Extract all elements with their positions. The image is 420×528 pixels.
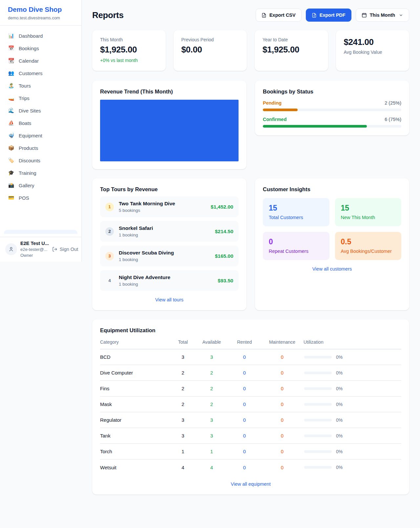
status-progress-fill (263, 125, 367, 128)
insight-tile: 0.5Avg Bookings/Customer (335, 232, 402, 260)
sidebar-item-dive-sites[interactable]: 🌊Dive Sites (4, 104, 77, 117)
view-all-tours-link[interactable]: View all tours (100, 297, 239, 302)
equipment-category: Mask (100, 401, 171, 407)
tour-info: Two Tank Morning Dive5 bookings (119, 201, 175, 213)
equipment-maintenance: 0 (261, 465, 304, 470)
sidebar-item-label: Products (19, 145, 38, 151)
tour-revenue: $93.50 (218, 278, 233, 284)
table-row: Torch11000% (100, 444, 401, 459)
period-label: This Month (370, 12, 395, 18)
export-csv-button[interactable]: Export CSV (256, 9, 302, 22)
sidebar-item-equipment[interactable]: 🤿Equipment (4, 129, 77, 142)
status-row-pending: Pending2 (25%) (263, 100, 401, 111)
stat-card-this-month: This Month $1,925.00 +0% vs last month (92, 30, 166, 71)
equipment-utilization: 0% (304, 386, 401, 391)
sidebar-item-label: Calendar (19, 58, 39, 64)
customers-icon: 👥 (8, 70, 14, 76)
main-content: Reports Export CSV Export PDF This Month (82, 0, 420, 514)
revenue-trend-title: Revenue Trend (This Month) (100, 89, 239, 95)
equipment-available: 2 (195, 370, 228, 376)
stat-value: $1,925.00 (262, 45, 320, 55)
sidebar-item-products[interactable]: 📦Products (4, 142, 77, 154)
status-progress-fill (263, 109, 298, 111)
sidebar-item-pos[interactable]: 💳POS (4, 192, 77, 204)
top-tours-card: Top Tours by Revenue 1Two Tank Morning D… (92, 178, 246, 310)
sidebar-item-label: Dashboard (19, 33, 43, 39)
equipment-maintenance: 0 (261, 370, 304, 376)
calendar-icon: 📆 (8, 58, 14, 64)
insight-value: 0 (269, 237, 324, 246)
table-body: BCD33000%Dive Computer22000%Fins22000%Ma… (100, 349, 401, 475)
page-header: Reports Export CSV Export PDF This Month (92, 9, 409, 22)
tour-row: 2Snorkel Safari1 booking$214.50 (100, 221, 239, 242)
sidebar-item-discounts[interactable]: 🏷️Discounts (4, 154, 77, 167)
insight-label: Total Customers (269, 215, 324, 220)
sidebar-item-label: Gallery (19, 183, 34, 188)
sidebar-item-label: Boats (19, 120, 31, 126)
user-section: E2E Test U... e2e-tester@... Owner Sign … (0, 237, 81, 262)
status-progress-track (263, 109, 401, 111)
sidebar-item-bookings[interactable]: 📅Bookings (4, 42, 77, 54)
bookings-by-status-card: Bookings by Status Pending2 (25%)Confirm… (255, 81, 409, 135)
tour-revenue: $214.50 (215, 229, 233, 234)
rank-badge: 1 (105, 203, 114, 211)
person-icon (8, 246, 14, 252)
equipment-category: Dive Computer (100, 370, 171, 376)
stat-label: Avg Booking Value (344, 50, 402, 55)
tours-icon: 🏝️ (8, 83, 14, 89)
sidebar-item-calendar[interactable]: 📆Calendar (4, 54, 77, 67)
sidebar-item-label: Equipment (19, 133, 42, 138)
utilization-percent: 0% (336, 386, 343, 391)
equipment-utilization: 0% (304, 355, 401, 360)
utilization-percent: 0% (336, 433, 343, 438)
utilization-percent: 0% (336, 355, 343, 360)
trips-icon: 🚤 (8, 95, 14, 101)
table-row: BCD33000% (100, 349, 401, 365)
equipment-maintenance: 0 (261, 449, 304, 454)
tour-row: 1Two Tank Morning Dive5 bookings$1,452.0… (100, 196, 239, 217)
tour-info: Snorkel Safari1 booking (119, 225, 153, 237)
sidebar-item-tours[interactable]: 🏝️Tours (4, 79, 77, 92)
insight-value: 15 (269, 204, 324, 213)
tour-info: Night Dive Adventure1 booking (119, 274, 170, 287)
export-pdf-button[interactable]: Export PDF (306, 9, 351, 22)
sidebar-item-reports-partial[interactable] (4, 230, 77, 234)
insight-tiles: 15Total Customers15New This Month0Repeat… (263, 198, 401, 260)
table-row: Regulator33000% (100, 412, 401, 428)
equipment-utilization-title: Equipment Utilization (100, 327, 401, 334)
view-all-customers-link[interactable]: View all customers (263, 266, 401, 272)
stat-value: $0.00 (181, 45, 239, 55)
sidebar-item-customers[interactable]: 👥Customers (4, 67, 77, 79)
view-all-equipment-link[interactable]: View all equipment (100, 481, 401, 487)
stat-cards: This Month $1,925.00 +0% vs last month P… (92, 30, 409, 71)
equipment-total: 2 (171, 401, 195, 407)
period-select[interactable]: This Month (356, 9, 409, 22)
sidebar-item-gallery[interactable]: 📸Gallery (4, 179, 77, 192)
equipment-total: 2 (171, 386, 195, 391)
table-row: Dive Computer22000% (100, 365, 401, 381)
equipment-available: 3 (195, 354, 228, 360)
table-row: Wetsuit44000% (100, 459, 401, 475)
table-row: Tank33000% (100, 428, 401, 444)
insight-label: Repeat Customers (269, 249, 324, 254)
column-header-utilization: Utilization (304, 339, 401, 345)
sidebar-item-boats[interactable]: ⛵Boats (4, 117, 77, 129)
equipment-maintenance: 0 (261, 417, 304, 423)
status-label: Pending (263, 100, 282, 106)
charts-row: Revenue Trend (This Month) Bookings by S… (92, 81, 409, 169)
utilization-bar-track (304, 403, 332, 406)
gallery-icon: 📸 (8, 182, 14, 188)
equipment-maintenance: 0 (261, 401, 304, 407)
status-count: 6 (75%) (385, 117, 401, 122)
sidebar-item-trips[interactable]: 🚤Trips (4, 92, 77, 104)
sidebar-item-training[interactable]: 🎓Training (4, 167, 77, 179)
user-name: E2E Test U... (20, 241, 49, 246)
insight-label: New This Month (341, 215, 396, 220)
sign-out-button[interactable]: Sign Out (52, 247, 78, 252)
sidebar-item-dashboard[interactable]: 📊Dashboard (4, 30, 77, 42)
equipment-rented: 0 (228, 401, 261, 407)
table-row: Fins22000% (100, 381, 401, 396)
utilization-percent: 0% (336, 417, 343, 423)
tour-name: Snorkel Safari (119, 225, 153, 231)
equipment-category: Tank (100, 433, 171, 438)
